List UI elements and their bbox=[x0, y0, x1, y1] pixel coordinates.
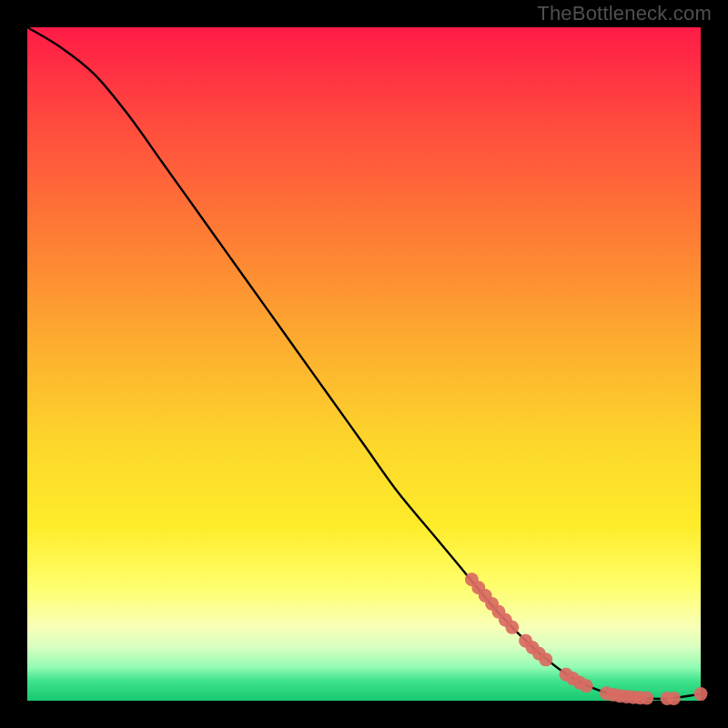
curve-marker bbox=[667, 692, 681, 705]
bottleneck-curve bbox=[27, 27, 701, 699]
attribution-text: TheBottleneck.com bbox=[537, 2, 712, 25]
plot-area bbox=[27, 27, 701, 701]
chart-frame: TheBottleneck.com bbox=[0, 0, 728, 728]
curve-markers bbox=[465, 572, 708, 705]
curve-marker bbox=[505, 621, 519, 634]
curve-marker bbox=[580, 679, 593, 693]
curve-marker bbox=[694, 687, 708, 701]
curve-marker bbox=[640, 692, 653, 705]
curve-marker bbox=[539, 652, 552, 666]
curve-svg bbox=[27, 27, 701, 701]
